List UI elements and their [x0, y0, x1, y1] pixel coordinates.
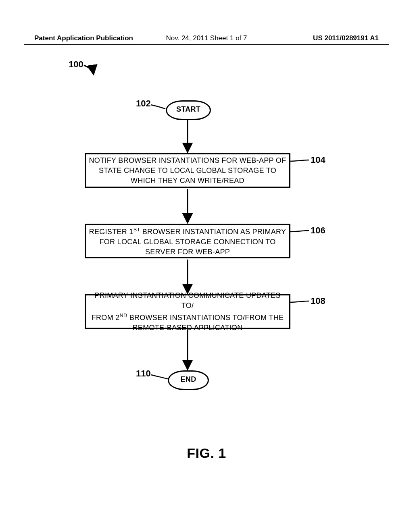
flow-node-106: REGISTER 1ST BROWSER INSTANTIATION AS PR…: [85, 224, 290, 258]
sup: ND: [120, 313, 127, 318]
flow-node-start: START: [166, 100, 211, 120]
line: WHICH THEY CAN WRITE/READ: [131, 177, 244, 185]
line: STATE CHANGE TO LOCAL GLOBAL STORAGE TO: [99, 166, 276, 175]
flow-node-end-label: END: [181, 375, 196, 383]
flow-node-106-text: REGISTER 1ST BROWSER INSTANTIATION AS PR…: [89, 225, 286, 257]
ref-label-104: 104: [311, 155, 325, 165]
line: FOR LOCAL GLOBAL STORAGE CONNECTION TO: [99, 238, 275, 246]
line: REGISTER 1: [89, 228, 133, 236]
line: PRIMARY INSTANTIATION COMMUNICATE UPDATE…: [94, 291, 280, 310]
ref-label-102: 102: [136, 98, 151, 109]
sup: ST: [133, 227, 140, 233]
ref-label-100: 100: [69, 59, 83, 70]
header-right-text: US 2011/0289191 A1: [313, 34, 379, 42]
line: BROWSER INSTANTIATIONS TO/FROM THE: [127, 314, 284, 322]
page-root: Patent Application Publication Nov. 24, …: [0, 0, 413, 532]
figure-caption: FIG. 1: [0, 445, 413, 461]
ref-label-110: 110: [136, 368, 151, 379]
line: SERVER FOR WEB-APP: [145, 248, 230, 256]
flow-node-108: PRIMARY INSTANTIATION COMMUNICATE UPDATE…: [85, 294, 290, 329]
flow-node-start-label: START: [176, 105, 200, 113]
line: FROM 2: [92, 314, 120, 322]
flow-node-104: NOTIFY BROWSER INSTANTIATIONS FOR WEB-AP…: [85, 153, 290, 188]
ref-label-108: 108: [311, 296, 325, 306]
flow-node-end: END: [168, 370, 209, 390]
header-rule: [24, 44, 389, 45]
line: BROWSER INSTANTIATION AS PRIMARY: [140, 228, 286, 236]
line: REMOTE-BASED APPLICATION: [133, 324, 243, 332]
line: NOTIFY BROWSER INSTANTIATIONS FOR WEB-AP…: [89, 156, 286, 164]
flow-node-108-text: PRIMARY INSTANTIATION COMMUNICATE UPDATE…: [88, 291, 287, 333]
ref-label-106: 106: [311, 225, 325, 236]
flow-node-104-text: NOTIFY BROWSER INSTANTIATIONS FOR WEB-AP…: [89, 156, 286, 186]
